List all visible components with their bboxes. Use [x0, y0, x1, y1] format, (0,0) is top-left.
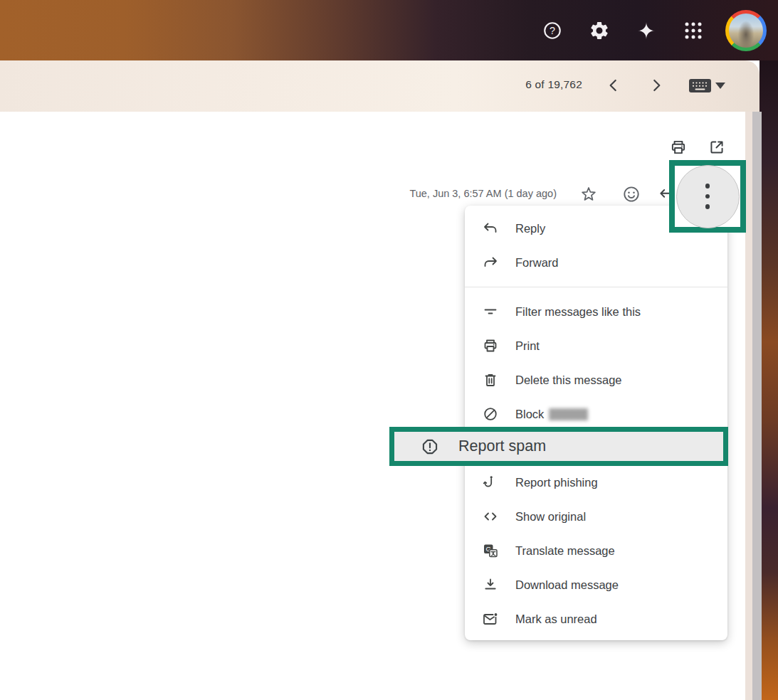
chevron-right-icon[interactable] [647, 76, 666, 95]
gmail-toolbar-strip [0, 60, 759, 112]
menu-item-mark-unread[interactable]: Mark as unread [465, 602, 727, 636]
menu-divider [465, 287, 727, 287]
menu-item-label: Download message [515, 578, 619, 592]
menu-item-label: Block [515, 408, 544, 421]
message-timestamp: Tue, Jun 3, 6:57 AM (1 day ago) [335, 188, 557, 199]
translate-icon: G [482, 542, 499, 559]
block-icon [482, 405, 499, 423]
print-icon[interactable] [669, 138, 689, 158]
filter-icon [482, 303, 499, 320]
menu-item-report-phishing[interactable]: Report phishing [465, 465, 727, 499]
profile-avatar[interactable] [725, 10, 767, 51]
reply-icon [482, 220, 499, 237]
phishing-icon [482, 474, 499, 491]
more-options-button[interactable] [676, 165, 740, 228]
menu-item-delete-message[interactable]: Delete this message [465, 363, 727, 397]
panel-gutter [745, 112, 752, 700]
wallpaper-right-strip [759, 60, 778, 700]
annotation-box-more-options [669, 160, 746, 233]
menu-item-download[interactable]: Download message [465, 568, 727, 602]
dropdown-arrow-icon[interactable] [715, 83, 725, 89]
menu-item-show-original[interactable]: Show original [465, 499, 727, 534]
menu-item-label: Filter messages like this [515, 305, 641, 319]
menu-item-label: Delete this message [515, 373, 622, 387]
menu-item-print[interactable]: Print [465, 329, 727, 363]
redacted-sender-name: ██████ [549, 408, 587, 420]
menu-item-label: Print [515, 339, 540, 353]
print-icon [482, 337, 499, 354]
pagination-count: 6 of 19,762 [450, 78, 582, 91]
gemini-sparkle-icon[interactable] [631, 16, 661, 46]
mark-unread-icon [482, 610, 499, 627]
menu-item-translate[interactable]: GTranslate message [465, 534, 727, 568]
keyboard-icon[interactable] [688, 77, 713, 95]
settings-gear-icon[interactable] [584, 16, 614, 46]
report-spam-label: Report spam [458, 438, 546, 455]
emoji-icon[interactable] [621, 184, 641, 204]
menu-item-forward[interactable]: Forward [465, 245, 727, 280]
help-icon[interactable]: ? [537, 16, 567, 46]
star-icon[interactable] [579, 184, 599, 204]
menu-item-label: Report phishing [515, 476, 598, 489]
context-menu: ReplyForwardFilter messages like thisPri… [465, 206, 727, 640]
chevron-left-icon[interactable] [604, 76, 623, 95]
more-vert-icon [705, 184, 710, 189]
open-in-new-icon[interactable] [708, 138, 727, 158]
svg-text:?: ? [550, 25, 555, 36]
apps-grid-icon[interactable] [678, 16, 708, 46]
menu-item-label: Forward [515, 256, 559, 270]
scrollbar[interactable] [752, 112, 762, 700]
avatar-photo [729, 14, 763, 48]
menu-item-block-sender[interactable]: Block██████ [465, 397, 727, 431]
menu-item-label: Show original [515, 510, 586, 524]
download-icon [482, 576, 499, 593]
annotation-box-report-spam[interactable]: Report spam [389, 427, 728, 466]
report-spam-icon [420, 437, 440, 457]
topbar-icons: ? [537, 0, 767, 60]
menu-item-label: Reply [515, 222, 545, 235]
menu-item-label: Translate message [515, 544, 615, 558]
forward-icon [482, 254, 499, 271]
delete-icon [482, 371, 499, 388]
menu-item-label: Mark as unread [515, 612, 597, 626]
menu-item-filter-messages[interactable]: Filter messages like this [465, 295, 727, 329]
code-icon [482, 508, 499, 525]
